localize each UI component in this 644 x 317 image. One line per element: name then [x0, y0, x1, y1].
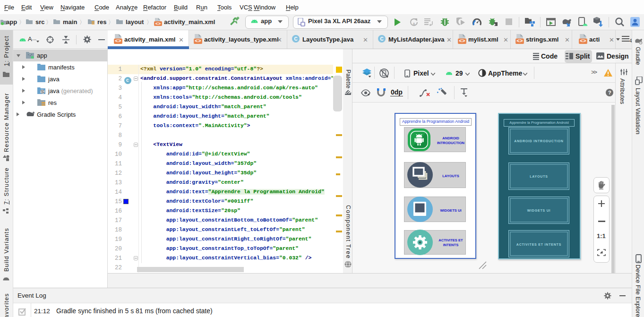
svg-text:C: C	[294, 36, 297, 42]
svg-text:<>: <>	[516, 38, 523, 44]
svg-text:<>: <>	[115, 38, 121, 44]
svg-text:A: A	[412, 22, 416, 26]
svg-text:<>: <>	[195, 38, 201, 44]
svg-text:<>: <>	[580, 38, 586, 44]
svg-text:<>: <>	[459, 38, 465, 44]
svg-text:<>: <>	[155, 21, 161, 26]
svg-text:C: C	[380, 36, 383, 42]
